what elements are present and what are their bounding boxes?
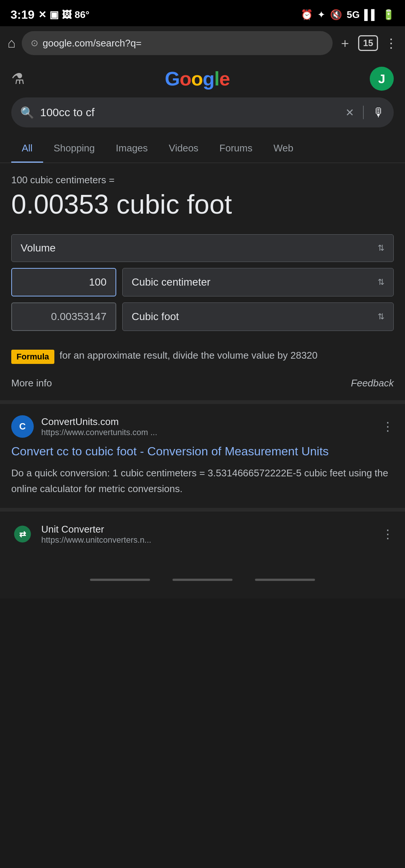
security-icon: ⊙ xyxy=(31,38,38,48)
section-divider-2 xyxy=(0,508,405,512)
labs-icon: ⚗ xyxy=(11,70,25,87)
result-site-favicon-2: ⇄ xyxy=(11,523,34,545)
search-result-2: ⇄ Unit Converter https://www.unitconvert… xyxy=(0,512,405,561)
tab-shopping[interactable]: Shopping xyxy=(43,135,105,163)
result-site-text-1: ConvertUnits.com https://www.convertunit… xyxy=(41,416,157,437)
formula-section: Formula for an approximate result, divid… xyxy=(0,344,405,371)
conversion-result: 100 cubic centimeters = 0.00353 cubic fo… xyxy=(0,163,405,234)
google-logo: Google xyxy=(165,67,230,90)
converter-tool: Volume ⇅ 100 Cubic centimeter ⇅ 0.003531… xyxy=(0,234,405,344)
search-bar-container: 🔍 100cc to cf ✕ 🎙 xyxy=(0,97,405,135)
result-site-info-1: C ConvertUnits.com https://www.convertun… xyxy=(11,415,157,438)
scroll-indicators xyxy=(0,561,405,599)
mute-icon: 🔇 xyxy=(330,9,342,21)
home-icon[interactable]: ⌂ xyxy=(8,35,16,51)
to-value-input[interactable]: 0.00353147 xyxy=(11,302,116,331)
browser-more-icon[interactable]: ⋮ xyxy=(385,36,398,51)
status-icons: ✕ ▣ 🖼 86° xyxy=(38,9,89,21)
browser-actions: ＋ 15 ⋮ xyxy=(339,34,398,52)
new-tab-icon[interactable]: ＋ xyxy=(339,34,351,52)
from-unit-select[interactable]: Cubic centimeter ⇅ xyxy=(122,268,394,296)
time-display: 3:19 xyxy=(10,8,34,22)
feedback-link[interactable]: Feedback xyxy=(351,377,394,389)
scroll-bar-left xyxy=(90,579,150,581)
result-title-1[interactable]: Convert cc to cubic foot - Conversion of… xyxy=(11,442,394,460)
result-site-name-1: ConvertUnits.com xyxy=(41,416,157,428)
result-more-icon-1[interactable]: ⋮ xyxy=(382,419,394,434)
result-site-url-1: https://www.convertunits.com ... xyxy=(41,428,157,437)
svg-text:⇄: ⇄ xyxy=(19,530,26,539)
result-more-icon-2[interactable]: ⋮ xyxy=(382,527,394,541)
to-unit-chevron-icon: ⇅ xyxy=(378,312,384,322)
from-row: 100 Cubic centimeter ⇅ xyxy=(11,268,394,296)
search-icon: 🔍 xyxy=(20,106,34,119)
svg-text:C: C xyxy=(19,421,26,431)
notification-icon: ✕ xyxy=(38,9,46,21)
unit-type-select[interactable]: Volume ⇅ xyxy=(11,234,394,262)
search-result-1: C ConvertUnits.com https://www.convertun… xyxy=(0,404,405,508)
to-unit-label: Cubic foot xyxy=(132,311,179,323)
more-info-row: More info Feedback xyxy=(0,371,405,400)
tab-all[interactable]: All xyxy=(11,135,43,163)
result-description-1: Do a quick conversion: 1 cubic centimete… xyxy=(11,465,394,497)
conversion-value: 0.00353 cubic foot xyxy=(11,190,394,219)
media-icon: ▣ xyxy=(50,9,59,21)
more-info-link[interactable]: More info xyxy=(11,377,52,389)
scroll-bar-mid xyxy=(172,579,232,581)
from-unit-label: Cubic centimeter xyxy=(132,276,210,288)
to-row: 0.00353147 Cubic foot ⇅ xyxy=(11,302,394,331)
result-site-text-2: Unit Converter https://www.unitconverter… xyxy=(41,524,151,545)
status-bar: 3:19 ✕ ▣ 🖼 86° ⏰ ✦ 🔇 5G ▌▌ 🔋 xyxy=(0,0,405,26)
browser-navbar: ⌂ ⊙ google.com/search?q= ＋ 15 ⋮ xyxy=(0,26,405,60)
chevron-down-icon: ⇅ xyxy=(378,243,384,253)
url-bar[interactable]: ⊙ google.com/search?q= xyxy=(22,31,333,55)
alarm-icon: ⏰ xyxy=(301,9,313,21)
tab-images[interactable]: Images xyxy=(105,135,158,163)
tabs-count[interactable]: 15 xyxy=(358,35,378,51)
unit-type-label: Volume xyxy=(21,242,56,254)
avatar[interactable]: J xyxy=(370,67,394,91)
result-site-favicon-1: C xyxy=(11,415,34,438)
search-tabs: All Shopping Images Videos Forums Web xyxy=(0,135,405,163)
bluetooth-icon: ✦ xyxy=(317,9,326,21)
tab-videos[interactable]: Videos xyxy=(158,135,209,163)
temperature-display: 86° xyxy=(75,9,89,21)
section-divider xyxy=(0,400,405,404)
signal-bars-icon: ▌▌ xyxy=(364,9,378,21)
result-site-url-2: https://www.unitconverters.n... xyxy=(41,535,151,545)
signal-label: 5G xyxy=(346,9,360,21)
scroll-bar-right xyxy=(255,579,315,581)
result-site-row-2: ⇄ Unit Converter https://www.unitconvert… xyxy=(11,523,394,545)
conversion-equation: 100 cubic centimeters = xyxy=(11,174,394,186)
search-bar[interactable]: 🔍 100cc to cf ✕ 🎙 xyxy=(11,97,394,127)
from-unit-chevron-icon: ⇅ xyxy=(378,277,384,287)
formula-text: for an approximate result, divide the vo… xyxy=(60,348,318,363)
avatar-letter: J xyxy=(378,72,386,86)
result-site-name-2: Unit Converter xyxy=(41,524,151,535)
clear-search-icon[interactable]: ✕ xyxy=(345,106,354,119)
from-value-input[interactable]: 100 xyxy=(11,268,116,296)
formula-badge: Formula xyxy=(11,350,54,364)
to-unit-select[interactable]: Cubic foot ⇅ xyxy=(122,302,394,331)
tab-web[interactable]: Web xyxy=(263,135,304,163)
voice-search-icon[interactable]: 🎙 xyxy=(373,106,385,120)
search-query-text: 100cc to cf xyxy=(40,106,339,119)
status-right-icons: ⏰ ✦ 🔇 5G ▌▌ 🔋 xyxy=(301,9,394,21)
status-time-area: 3:19 ✕ ▣ 🖼 86° xyxy=(10,8,89,22)
url-text: google.com/search?q= xyxy=(43,37,324,49)
tab-forums[interactable]: Forums xyxy=(209,135,263,163)
image-icon: 🖼 xyxy=(62,9,72,21)
search-divider xyxy=(363,106,364,119)
battery-icon: 🔋 xyxy=(382,9,394,21)
google-header: ⚗ Google J xyxy=(0,60,405,97)
result-site-info-2: ⇄ Unit Converter https://www.unitconvert… xyxy=(11,523,151,545)
result-site-row-1: C ConvertUnits.com https://www.convertun… xyxy=(11,415,394,438)
